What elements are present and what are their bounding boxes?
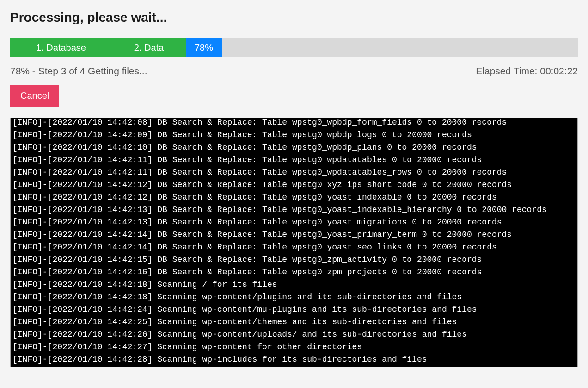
log-line: [INFO]-[2022/01/10 14:42:09] DB Search &… <box>12 129 576 141</box>
log-line: [INFO]-[2022/01/10 14:42:27] Scanning wp… <box>12 341 576 353</box>
log-line: [INFO]-[2022/01/10 14:42:26] Scanning wp… <box>12 328 576 341</box>
log-line: [INFO]-[2022/01/10 14:42:10] DB Search &… <box>12 141 576 154</box>
log-line: [INFO]-[2022/01/10 14:42:14] DB Search &… <box>12 241 576 254</box>
log-line: [INFO]-[2022/01/10 14:42:13] DB Search &… <box>12 216 576 229</box>
progress-step-database: 1. Database <box>10 38 112 57</box>
page-title: Processing, please wait... <box>10 10 578 25</box>
log-line: [INFO]-[2022/01/10 14:42:08] DB Search &… <box>12 118 576 129</box>
log-line: [INFO]-[2022/01/10 14:42:28] Scanning wp… <box>12 353 576 366</box>
progress-step-data: 2. Data <box>112 38 186 57</box>
log-line: [INFO]-[2022/01/10 14:42:16] DB Search &… <box>12 266 576 279</box>
cancel-button[interactable]: Cancel <box>10 85 59 107</box>
log-line: [INFO]-[2022/01/10 14:42:15] DB Search &… <box>12 254 576 266</box>
status-text-right: Elapsed Time: 00:02:22 <box>476 66 578 77</box>
log-line: [INFO]-[2022/01/10 14:42:24] Scanning wp… <box>12 303 576 316</box>
log-line: [INFO]-[2022/01/10 14:42:12] DB Search &… <box>12 179 576 191</box>
log-line: [INFO]-[2022/01/10 14:42:11] DB Search &… <box>12 166 576 179</box>
progress-percent: 78% <box>186 38 222 57</box>
log-line: [INFO]-[2022/01/10 14:42:12] DB Search &… <box>12 191 576 204</box>
progress-bar: 1. Database 2. Data 78% <box>10 38 578 57</box>
log-line: [INFO]-[2022/01/10 14:42:18] Scanning wp… <box>12 291 576 303</box>
log-output[interactable]: [INFO]-[2022/01/10 14:42:08] DB Search &… <box>10 118 578 367</box>
log-line: [INFO]-[2022/01/10 14:42:11] DB Search &… <box>12 154 576 166</box>
status-text-left: 78% - Step 3 of 4 Getting files... <box>10 66 147 77</box>
log-line: [INFO]-[2022/01/10 14:42:18] Scanning / … <box>12 279 576 291</box>
log-line: [INFO]-[2022/01/10 14:42:25] Scanning wp… <box>12 316 576 328</box>
log-line: [INFO]-[2022/01/10 14:42:14] DB Search &… <box>12 229 576 241</box>
log-line: [INFO]-[2022/01/10 14:42:13] DB Search &… <box>12 204 576 216</box>
status-row: 78% - Step 3 of 4 Getting files... Elaps… <box>10 66 578 77</box>
